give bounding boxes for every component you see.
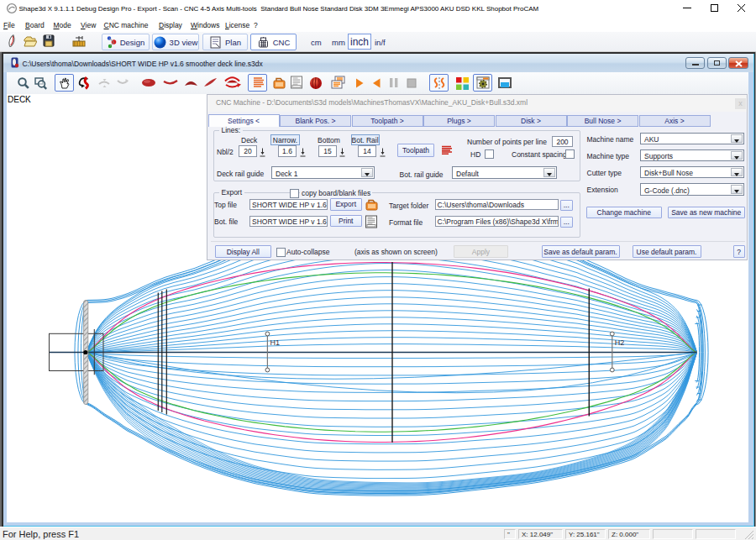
svg-text:H2: H2 — [614, 338, 624, 347]
svg-text:H1: H1 — [270, 338, 280, 347]
